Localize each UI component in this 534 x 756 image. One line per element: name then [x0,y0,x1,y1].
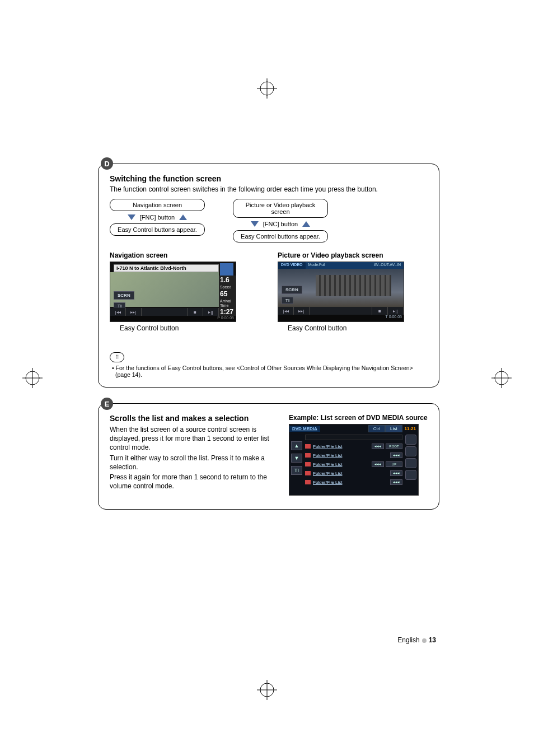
dvd-easy-sub: Easy Control button [278,324,412,332]
pic-shot-label: Picture or Video playback screen [278,251,412,259]
arrow-down-icon [251,221,259,227]
dvd-source-label: DVD VIDEO [278,262,306,269]
easy-control-bar[interactable]: |◂◂ ▸▸| ■ ▸|| [278,307,404,315]
crop-mark-left [22,368,43,388]
flow-pic-top: Picture or Video playback screen [233,199,328,218]
nav-footer: P 0:00:05 [110,316,236,321]
crop-mark-right [491,368,512,388]
flow-nav-mid: [FNC] button [140,214,175,221]
next-track-icon[interactable]: ▸▸| [126,308,142,316]
list-item[interactable]: Folder/File List◂◂◂ [305,478,402,486]
nav-info-panel: 1.6 Speed 65 Arrival Time 1:27 [219,276,236,321]
next-track-icon[interactable]: ▸▸| [294,307,310,315]
note-icon: ⠿ [110,352,124,362]
section-d-badge: D [101,157,113,170]
nav-arrival-label: Arrival Time [220,299,235,307]
folder-icon [305,480,311,484]
nav-banner: I-710 N to Atlantic Blvd-North [114,264,219,272]
arrow-up-icon [302,221,310,227]
footer-p: P [217,316,220,320]
dm-source: DVD MEDIA [289,426,320,432]
root-tag[interactable]: ROOT [386,444,402,449]
footer-page-number: 13 [429,636,436,644]
nav-arrival: 1:27 [220,309,235,316]
section-d-lead: The function control screen switches in … [110,185,428,193]
arrow-down-icon [128,214,135,220]
dvd-media-list-screenshot: DVD MEDIA Ctrl List 11:21 ▲ ▼ TI [289,424,419,496]
prev-track-icon[interactable]: |◂◂ [278,307,294,315]
section-e-badge: E [101,398,113,410]
dm-tab-ctrl[interactable]: Ctrl [368,425,385,432]
flow-pic-bot: Easy Control buttons appear. [233,230,328,242]
dm-list: Folder/File List◂◂◂ROOT Folder/File List… [305,442,402,487]
dm-scroll-down[interactable]: ▼ [291,454,302,463]
list-item[interactable]: Folder/File List◂◂◂ [305,469,402,477]
stop-icon[interactable]: ■ [372,307,388,315]
dm-tab-list[interactable]: List [385,425,402,432]
nav-map [110,272,219,307]
footer-time: 0:00:05 [221,316,234,320]
rewind-icon[interactable]: ◂◂◂ [390,479,402,485]
list-item[interactable]: Folder/File List◂◂◂ROOT [305,442,402,450]
play-pause-icon[interactable]: ▸|| [203,308,219,316]
footer-language: English [397,636,419,644]
flow-nav-bot: Easy Control buttons appear. [110,223,205,236]
dm-clock: 11:21 [402,426,418,431]
dvd-footer: T 0:00:05 [278,315,404,321]
rewind-icon[interactable]: ◂◂◂ [390,470,402,476]
dm-scroll-up[interactable]: ▲ [291,441,302,450]
nav-easy-sub: Easy Control button [110,324,244,332]
play-pause-icon[interactable]: ▸|| [388,307,404,315]
nav-speed: 65 [220,291,235,298]
up-tag[interactable]: UP [386,461,402,467]
e-p1: When the list screen of a source control… [110,425,272,452]
dvd-mode-label: Mode:Full [306,262,329,269]
rewind-icon[interactable]: ◂◂◂ [390,452,402,458]
dvd-time: 0:00:05 [389,315,402,319]
nav-distance: 1.6 [220,277,235,284]
easy-control-bar[interactable]: |◂◂ ▸▸| ■ ▸|| [110,308,219,316]
dvd-t: T [386,315,388,319]
prev-track-icon[interactable]: |◂◂ [110,308,126,316]
folder-icon [305,462,311,466]
flow-nav-top: Navigation screen [110,199,205,211]
ti-button[interactable]: TI [282,297,293,304]
dm-music-icon[interactable] [405,435,416,445]
dm-path-bar [305,435,402,440]
folder-icon [305,453,311,458]
note-text: • For the functions of Easy Control butt… [110,365,428,378]
dm-video-icon[interactable] [405,446,416,456]
example-title: Example: List screen of DVD MEDIA source [289,414,428,422]
list-item[interactable]: Folder/File List◂◂◂UP [305,460,402,468]
dm-eject-icon[interactable] [405,470,416,480]
list-item-label: Folder/File List [313,453,388,458]
flow-diagram: Navigation screen [FNC] button Easy Cont… [110,199,428,242]
stop-icon[interactable]: ■ [188,308,203,316]
section-e: Scrolls the list and makes a selection W… [98,403,439,510]
dm-ti-button[interactable]: TI [291,466,302,475]
list-item-label: Folder/File List [313,444,370,449]
dm-disc-icon[interactable] [405,458,416,468]
scrn-button[interactable]: SCRN [114,291,134,300]
section-e-title: Scrolls the list and makes a selection [110,414,272,423]
scrn-button[interactable]: SCRN [282,286,302,294]
nav-turn-arrow-icon [220,263,233,276]
list-item-label: Folder/File List [313,462,370,467]
dvd-screenshot: DVD VIDEO Mode:Full AV–OUT:AV–IN SCRN TI… [278,262,404,322]
section-d-title: Switching the function screen [110,174,428,183]
rewind-icon[interactable]: ◂◂◂ [372,444,384,449]
folder-icon [305,471,311,475]
section-d: Switching the function screen The functi… [98,164,439,388]
e-p3: Press it again for more than 1 second to… [110,473,272,491]
dvd-avout-label: AV–OUT:AV–IN [328,262,404,269]
crop-mark-top [257,78,277,99]
page-footer: English13 [397,636,436,644]
flow-pic-mid: [FNC] button [263,221,298,227]
list-item-label: Folder/File List [313,480,388,485]
arrow-up-icon [179,214,187,220]
e-p2: Turn it either way to scroll the list. P… [110,454,272,472]
list-item[interactable]: Folder/File List◂◂◂ [305,451,402,459]
rewind-icon[interactable]: ◂◂◂ [372,461,384,467]
nav-shot-label: Navigation screen [110,251,244,259]
nav-screenshot: I-710 N to Atlantic Blvd-North 1.6 Speed… [110,262,236,322]
